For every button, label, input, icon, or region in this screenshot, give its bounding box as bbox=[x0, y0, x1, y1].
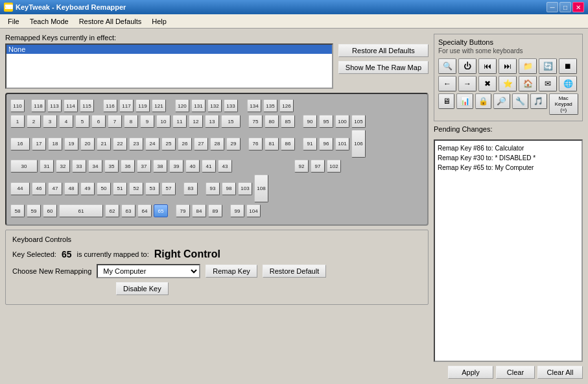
disable-key-button[interactable]: Disable Key bbox=[116, 282, 169, 295]
spec-search-icon[interactable]: 🔍 bbox=[438, 58, 456, 74]
spec-media-icon[interactable]: 🎵 bbox=[530, 93, 547, 109]
key-9[interactable]: 9 bbox=[140, 115, 154, 128]
key-26[interactable]: 26 bbox=[178, 138, 192, 150]
key-81[interactable]: 81 bbox=[265, 138, 279, 150]
restore-default-button[interactable]: Restore Default bbox=[263, 265, 326, 278]
key-11[interactable]: 11 bbox=[172, 115, 187, 128]
key-119[interactable]: 119 bbox=[135, 99, 150, 112]
key-104[interactable]: 104 bbox=[246, 204, 261, 217]
key-95[interactable]: 95 bbox=[319, 115, 333, 128]
spec-graph-icon[interactable]: 📊 bbox=[456, 93, 473, 109]
key-91[interactable]: 91 bbox=[303, 138, 317, 150]
menu-file[interactable]: File bbox=[3, 16, 25, 27]
spec-computer-icon[interactable]: 🖥 bbox=[438, 93, 454, 109]
key-86[interactable]: 86 bbox=[281, 138, 295, 150]
key-47[interactable]: 47 bbox=[48, 182, 62, 195]
key-52[interactable]: 52 bbox=[129, 182, 143, 195]
spec-globe-icon[interactable]: 🌐 bbox=[559, 76, 577, 91]
key-12[interactable]: 12 bbox=[189, 115, 203, 128]
key-117[interactable]: 117 bbox=[119, 99, 134, 112]
key-110[interactable]: 110 bbox=[10, 99, 25, 112]
key-57[interactable]: 57 bbox=[161, 182, 176, 195]
key-64[interactable]: 64 bbox=[137, 204, 152, 217]
key-96[interactable]: 96 bbox=[319, 138, 333, 150]
key-132[interactable]: 132 bbox=[207, 99, 222, 112]
key-75[interactable]: 75 bbox=[248, 115, 263, 128]
maximize-button[interactable]: □ bbox=[559, 2, 571, 12]
spec-folder-icon[interactable]: 📁 bbox=[519, 58, 537, 74]
key-7[interactable]: 7 bbox=[108, 115, 122, 128]
key-8[interactable]: 8 bbox=[124, 115, 138, 128]
key-83[interactable]: 83 bbox=[183, 182, 198, 195]
key-6[interactable]: 6 bbox=[91, 115, 106, 128]
spec-prev-icon[interactable]: ⏮ bbox=[478, 58, 497, 74]
key-92[interactable]: 92 bbox=[294, 160, 309, 173]
key-80[interactable]: 80 bbox=[265, 115, 279, 128]
key-121[interactable]: 121 bbox=[152, 99, 166, 112]
key-50[interactable]: 50 bbox=[97, 182, 111, 195]
key-31[interactable]: 31 bbox=[40, 160, 54, 173]
spec-lock-icon[interactable]: 🔒 bbox=[475, 93, 491, 109]
key-108[interactable]: 108 bbox=[254, 174, 268, 202]
key-23[interactable]: 23 bbox=[129, 138, 143, 150]
key-79[interactable]: 79 bbox=[176, 204, 190, 217]
close-button[interactable]: ✕ bbox=[572, 2, 584, 12]
spec-stop-icon[interactable]: ⏹ bbox=[559, 58, 577, 74]
key-99[interactable]: 99 bbox=[230, 204, 244, 217]
restore-all-defaults-button[interactable]: Restore All Defaults bbox=[338, 44, 429, 57]
mac-keypad-button[interactable]: MacKeypad (=) bbox=[549, 93, 578, 115]
clear-all-button[interactable]: Clear All bbox=[537, 366, 583, 379]
spec-home-icon[interactable]: 🏠 bbox=[519, 76, 537, 91]
show-raw-map-button[interactable]: Show Me The Raw Map bbox=[338, 61, 429, 74]
key-76[interactable]: 76 bbox=[248, 138, 263, 150]
key-51[interactable]: 51 bbox=[113, 182, 127, 195]
spec-close-icon[interactable]: ✖ bbox=[478, 76, 497, 91]
key-5[interactable]: 5 bbox=[75, 115, 89, 128]
key-33[interactable]: 33 bbox=[72, 160, 86, 173]
key-105[interactable]: 105 bbox=[351, 115, 366, 128]
key-1[interactable]: 1 bbox=[10, 115, 25, 128]
key-93[interactable]: 93 bbox=[206, 182, 220, 195]
key-59[interactable]: 59 bbox=[27, 204, 41, 217]
spec-mail-icon[interactable]: ✉ bbox=[539, 76, 557, 91]
key-98[interactable]: 98 bbox=[222, 182, 236, 195]
key-60[interactable]: 60 bbox=[43, 204, 57, 217]
spec-next-icon[interactable]: ⏭ bbox=[499, 58, 517, 74]
clear-button[interactable]: Clear bbox=[496, 366, 535, 379]
key-17[interactable]: 17 bbox=[32, 138, 46, 150]
key-2[interactable]: 2 bbox=[27, 115, 41, 128]
key-115[interactable]: 115 bbox=[80, 99, 94, 112]
key-4[interactable]: 4 bbox=[59, 115, 73, 128]
spec-magnify-icon[interactable]: 🔎 bbox=[493, 93, 510, 109]
key-61[interactable]: 61 bbox=[59, 204, 103, 217]
key-15[interactable]: 15 bbox=[221, 115, 241, 128]
key-29[interactable]: 29 bbox=[226, 138, 241, 150]
key-90[interactable]: 90 bbox=[303, 115, 317, 128]
key-103[interactable]: 103 bbox=[238, 182, 252, 195]
key-102[interactable]: 102 bbox=[327, 160, 341, 173]
remap-dropdown[interactable]: My Computer Calculator * DISABLED * Righ… bbox=[97, 264, 200, 278]
key-10[interactable]: 10 bbox=[156, 115, 171, 128]
key-126[interactable]: 126 bbox=[279, 99, 294, 112]
remapped-item-none[interactable]: None bbox=[6, 45, 332, 54]
key-58[interactable]: 58 bbox=[10, 204, 25, 217]
key-49[interactable]: 49 bbox=[80, 182, 95, 195]
menu-help[interactable]: Help bbox=[147, 16, 172, 27]
key-30[interactable]: 30 bbox=[10, 160, 38, 173]
key-46[interactable]: 46 bbox=[32, 182, 46, 195]
key-85[interactable]: 85 bbox=[281, 115, 295, 128]
key-62[interactable]: 62 bbox=[105, 204, 119, 217]
spec-fav-icon[interactable]: ⭐ bbox=[499, 76, 517, 91]
key-3[interactable]: 3 bbox=[43, 115, 57, 128]
key-18[interactable]: 18 bbox=[48, 138, 62, 150]
remapped-listbox[interactable]: None bbox=[5, 43, 333, 89]
key-34[interactable]: 34 bbox=[88, 160, 102, 173]
spec-power-icon[interactable]: ⏻ bbox=[458, 58, 476, 74]
key-32[interactable]: 32 bbox=[56, 160, 70, 173]
key-118[interactable]: 118 bbox=[31, 99, 45, 112]
key-131[interactable]: 131 bbox=[191, 99, 206, 112]
remap-key-button[interactable]: Remap Key bbox=[206, 265, 257, 278]
spec-refresh-icon[interactable]: 🔄 bbox=[539, 58, 557, 74]
key-19[interactable]: 19 bbox=[64, 138, 78, 150]
key-27[interactable]: 27 bbox=[194, 138, 208, 150]
